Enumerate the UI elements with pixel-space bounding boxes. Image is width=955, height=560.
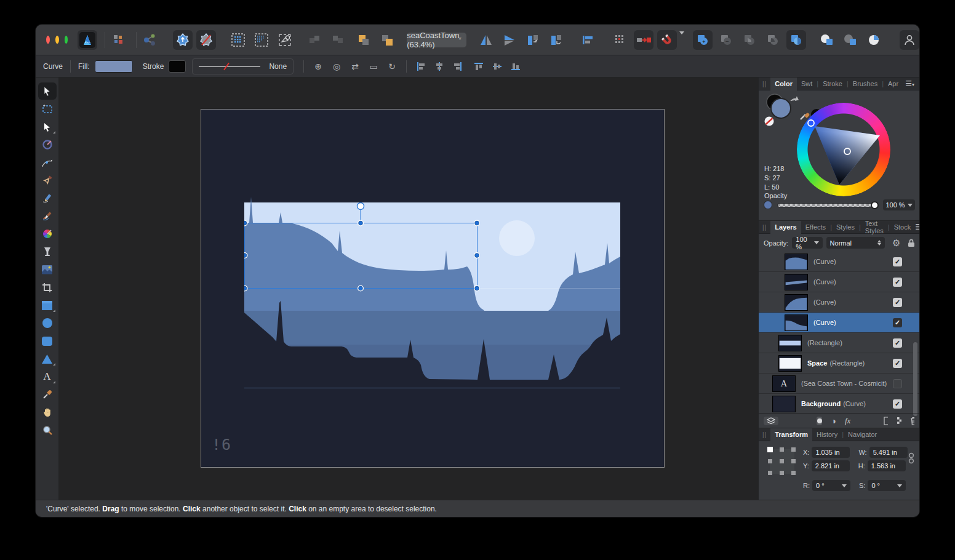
share-icon[interactable] (140, 30, 159, 50)
selection-handle[interactable] (474, 252, 480, 258)
layers-opacity-dropdown[interactable]: 100 % (792, 237, 822, 249)
grid-options-icon[interactable]: ​ (610, 30, 630, 50)
stroke-width-control[interactable]: None (192, 58, 294, 74)
point-transform-tool[interactable] (38, 136, 57, 153)
tab-brushes[interactable]: Brushes (849, 78, 882, 90)
selection-handle[interactable] (474, 286, 480, 292)
move-forward-icon[interactable] (523, 30, 543, 50)
document-page[interactable]: !6 (201, 109, 665, 468)
pixel-persona-icon[interactable] (196, 30, 216, 50)
boolean-add-icon[interactable]: + (693, 30, 713, 50)
mask-layer-icon[interactable] (817, 417, 822, 425)
snapping-dropdown-caret[interactable] (679, 34, 684, 46)
mirror-icon[interactable]: ⇄ (347, 60, 363, 73)
fill-color-well[interactable] (771, 98, 791, 118)
layers-scrollbar[interactable] (913, 342, 917, 416)
tab-layers[interactable]: Layers (770, 221, 801, 234)
layer-thumbnail[interactable] (785, 314, 808, 331)
anchor-top-left[interactable] (767, 447, 773, 452)
layer-row[interactable]: (Curve) ✓ (759, 292, 919, 313)
layer-visibility-checkbox[interactable]: ✓ (893, 359, 902, 368)
panel-grip[interactable]: || (762, 81, 767, 87)
layer-row[interactable]: Background (Curve) ✓ (759, 394, 919, 414)
layer-row[interactable]: Space (Rectangle) ✓ (759, 353, 919, 374)
insert-inside-icon[interactable] (864, 30, 884, 50)
rotate-right-icon[interactable] (328, 30, 348, 50)
account-icon[interactable] (900, 30, 919, 50)
duplicate-linked-icon[interactable] (377, 30, 397, 50)
swap-colors-icon[interactable] (791, 97, 798, 101)
boolean-divide-icon[interactable] (786, 30, 806, 50)
crop-tool[interactable] (38, 279, 57, 296)
marquee-dots-icon[interactable]: ​ (252, 30, 271, 50)
blend-options-gear-icon[interactable]: ⚙ (892, 238, 900, 249)
color-wheel-ring[interactable] (797, 103, 890, 196)
tab-swatches[interactable]: Swt (797, 78, 817, 90)
tab-navigator[interactable]: Navigator (844, 428, 881, 441)
opacity-color-chip[interactable] (764, 201, 772, 209)
align-top-icon[interactable] (471, 60, 487, 73)
rotation-dropdown[interactable]: 0 ° (812, 480, 850, 491)
zoom-window-button[interactable] (65, 36, 68, 44)
text-tool[interactable]: A (38, 368, 57, 385)
artwork[interactable] (244, 194, 620, 388)
h-field[interactable]: 1.563 in (868, 460, 906, 471)
layers-stack-icon[interactable] (764, 417, 778, 425)
panel-menu-icon[interactable]: ☰▾ (905, 79, 914, 88)
tab-text-styles[interactable]: Text Styles (861, 221, 888, 234)
adjustment-layer-icon[interactable]: ◑ (831, 416, 836, 426)
cycle-selection-icon[interactable]: ↻ (384, 60, 400, 73)
minimize-window-button[interactable] (55, 36, 59, 44)
layer-visibility-checkbox[interactable]: ✓ (893, 338, 902, 348)
marquee-grid-icon[interactable]: ​ (228, 30, 248, 50)
layer-thumbnail[interactable] (785, 254, 808, 270)
boolean-subtract-icon[interactable]: − (716, 30, 736, 50)
ellipse-tool[interactable] (38, 314, 57, 332)
color-palette-icon[interactable] (109, 30, 129, 50)
layer-visibility-checkbox[interactable]: ✓ (893, 379, 902, 388)
new-layer-icon[interactable] (884, 417, 888, 425)
panel-grip[interactable]: || (762, 224, 767, 231)
tab-color[interactable]: Color (770, 78, 797, 90)
layer-visibility-checkbox[interactable]: ✓ (893, 399, 902, 409)
hide-selection-icon[interactable]: ◎ (329, 60, 345, 73)
y-field[interactable]: 2.821 in (812, 460, 850, 471)
place-image-tool[interactable] (38, 261, 57, 278)
layer-row[interactable]: (Rectangle) ✓ (759, 333, 919, 353)
no-color-icon[interactable] (765, 117, 774, 126)
view-hand-tool[interactable] (38, 404, 57, 421)
move-backward-icon[interactable] (546, 30, 566, 50)
layer-thumbnail[interactable]: A (772, 375, 796, 392)
selection-handle[interactable] (358, 286, 364, 292)
tab-stock[interactable]: Stock (890, 221, 916, 234)
fill-tool[interactable] (38, 225, 57, 242)
anchor-point-selector[interactable] (767, 447, 797, 476)
tab-transform[interactable]: Transform (770, 428, 812, 441)
artwork-moon[interactable] (499, 220, 535, 256)
w-field[interactable]: 5.491 in (869, 447, 908, 458)
transparency-tool[interactable] (38, 243, 57, 260)
tab-stroke[interactable]: Stroke (818, 78, 847, 90)
duplicate-icon[interactable] (354, 30, 374, 50)
insert-behind-icon[interactable] (817, 30, 837, 50)
layer-thumbnail[interactable] (785, 294, 808, 311)
tab-history[interactable]: History (812, 428, 842, 441)
pencil-tool[interactable] (38, 190, 57, 207)
zoom-tool[interactable] (38, 422, 57, 439)
stroke-style-none[interactable]: None (269, 62, 287, 71)
vector-brush-tool[interactable] (38, 207, 57, 225)
shear-dropdown[interactable]: 0 ° (868, 480, 906, 491)
tab-effects[interactable]: Effects (801, 221, 830, 234)
alignment-icon[interactable] (578, 30, 598, 50)
designer-persona-icon[interactable] (173, 30, 193, 50)
selection-handle[interactable] (358, 220, 364, 226)
panel-menu-icon[interactable]: ☰▾ (915, 223, 919, 231)
snapping-presets-icon[interactable] (634, 30, 653, 50)
lock-icon[interactable] (908, 239, 914, 247)
link-dimensions-icon[interactable] (908, 452, 914, 465)
transform-objects-icon[interactable]: ▭ (366, 60, 382, 73)
panel-grip[interactable]: || (762, 431, 767, 438)
blend-mode-dropdown[interactable]: Normal (826, 237, 885, 249)
rotate-left-icon[interactable] (305, 30, 324, 50)
layer-row[interactable]: (Curve) ✓ (759, 272, 919, 292)
